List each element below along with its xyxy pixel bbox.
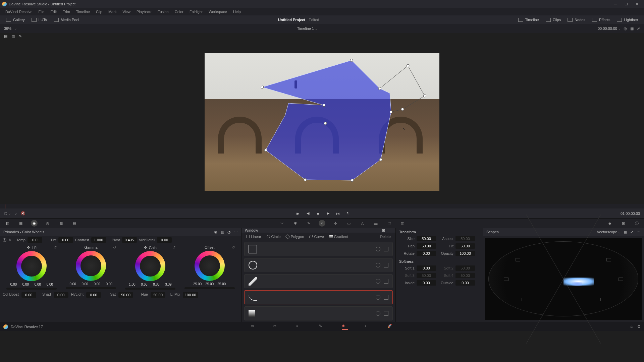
offset-reset-icon[interactable]: ↺	[232, 245, 235, 250]
page-deliver-icon[interactable]: 🚀	[387, 324, 393, 330]
window-maximize-button[interactable]: ☐	[621, 1, 631, 7]
menu-timeline[interactable]: Timeline	[73, 9, 93, 14]
blur-icon[interactable]: △	[359, 220, 366, 227]
lift-picker-icon[interactable]: ✥	[27, 245, 30, 250]
menu-color[interactable]: Color	[172, 9, 186, 14]
split-view-icon[interactable]: ▥	[11, 34, 17, 39]
gain-v3[interactable]: 3.39	[163, 283, 174, 286]
qualifier-palette-icon[interactable]: ▦	[17, 220, 24, 227]
mask-icon[interactable]	[376, 263, 380, 267]
pick-white-icon[interactable]: ✎	[8, 238, 11, 242]
add-curve-button[interactable]: Curve	[307, 234, 326, 239]
temp-value[interactable]: 0.0	[28, 237, 42, 243]
gamma-v2[interactable]: 0.00	[92, 282, 102, 286]
rgb-mixer-icon[interactable]: ▤	[71, 220, 78, 227]
window-options-icon[interactable]: ⋯	[388, 228, 392, 233]
timeline-button[interactable]: Timeline	[516, 17, 542, 23]
image-wipe-icon[interactable]: ◎	[624, 26, 627, 31]
loop-button[interactable]: ↻	[344, 210, 352, 217]
menu-fusion[interactable]: Fusion	[155, 9, 171, 14]
lift-v0[interactable]: 0.00	[8, 283, 19, 286]
lightbox-button[interactable]: Lightbox	[614, 17, 641, 23]
window-row-linear[interactable]	[244, 242, 393, 256]
offset-v1[interactable]: 25.00	[204, 282, 215, 286]
3d-icon[interactable]: ◫	[399, 220, 406, 227]
sizing-icon[interactable]: ⬚	[386, 220, 392, 227]
magic-mask-icon[interactable]: ▭	[345, 220, 352, 227]
menu-fairlight[interactable]: Fairlight	[187, 9, 205, 14]
offset-v0[interactable]: 25.00	[192, 282, 203, 286]
lift-v1[interactable]: 0.00	[20, 283, 31, 286]
timeline-scrubber[interactable]	[0, 204, 644, 208]
menu-view[interactable]: View	[120, 9, 133, 14]
window-row-gradient[interactable]	[244, 306, 393, 320]
menu-playback[interactable]: Playback	[134, 9, 154, 14]
offset-color-wheel[interactable]	[195, 251, 225, 281]
mask-icon[interactable]	[376, 295, 380, 300]
unmix-icon[interactable]: ○	[14, 212, 17, 216]
gamma-v1[interactable]: 0.00	[79, 282, 90, 286]
add-gradient-button[interactable]: Gradient	[327, 234, 350, 239]
invert-icon[interactable]	[384, 263, 388, 267]
gamma-reset-icon[interactable]: ↺	[113, 245, 116, 250]
pan-value[interactable]: 50.00	[417, 243, 436, 249]
page-fairlight-icon[interactable]: ♪	[365, 324, 371, 330]
curves-palette-icon[interactable]: ◧	[4, 220, 11, 227]
window-row-polygon[interactable]	[244, 274, 393, 288]
nodes-button[interactable]: Nodes	[565, 17, 588, 23]
wheels-mode-icon[interactable]: ◉	[214, 230, 217, 234]
scopes-options-icon[interactable]: ⋯	[637, 230, 640, 234]
add-linear-button[interactable]: Linear	[244, 234, 263, 239]
soft2-value[interactable]: 50.00	[455, 265, 475, 271]
pen-tool-icon[interactable]: ✎	[19, 34, 24, 39]
tint-value[interactable]: 0.00	[58, 237, 73, 243]
colboost-value[interactable]: 0.00	[21, 292, 36, 298]
gallery-button[interactable]: Gallery	[3, 17, 28, 23]
gamma-v3[interactable]: 0.00	[104, 282, 114, 286]
offset-master-slider[interactable]	[184, 287, 235, 289]
bypass-dropdown[interactable]: ◌	[4, 211, 10, 216]
timeline-name-dropdown[interactable]: Timeline 1	[297, 26, 317, 31]
page-fusion-icon[interactable]: ✎	[319, 324, 325, 330]
add-circle-button[interactable]: Circle	[265, 234, 283, 239]
opacity-value[interactable]: 100.00	[455, 251, 475, 256]
page-edit-icon[interactable]: ≡	[296, 324, 302, 330]
lift-v2[interactable]: 0.00	[32, 283, 43, 286]
keyframe-editor-icon[interactable]: ◆	[606, 220, 613, 227]
effects-button[interactable]: Effects	[589, 17, 613, 23]
window-row-curve[interactable]	[244, 290, 393, 304]
key-icon[interactable]: ▬	[372, 220, 379, 227]
tilt-value[interactable]: 50.00	[455, 243, 475, 249]
menu-mark[interactable]: Mark	[106, 9, 119, 14]
gain-v0[interactable]: 1.00	[127, 283, 138, 286]
scopes-icon[interactable]: ⊞	[620, 220, 627, 227]
scopes-mode-dropdown[interactable]: Vectorscope	[597, 230, 620, 234]
menu-clip[interactable]: Clip	[93, 9, 105, 14]
rotate-value[interactable]: 0.00	[417, 251, 436, 256]
gain-master-slider[interactable]	[125, 288, 175, 290]
invert-icon[interactable]	[384, 295, 388, 300]
curves-icon[interactable]: 〰	[278, 220, 285, 227]
lift-color-wheel[interactable]	[16, 251, 47, 281]
gain-v1[interactable]: 0.66	[139, 283, 150, 286]
luts-button[interactable]: LUTs	[29, 17, 50, 23]
outside-value[interactable]: 0.00	[455, 280, 475, 286]
gamma-v0[interactable]: 0.00	[67, 282, 78, 286]
gamma-master-slider[interactable]	[66, 287, 116, 289]
offset-v2[interactable]: 25.00	[216, 282, 227, 286]
lift-v3[interactable]: 0.00	[44, 283, 55, 286]
home-icon[interactable]: ⌂	[630, 324, 633, 329]
viewer-frame[interactable]: ↖	[205, 53, 439, 191]
go-last-button[interactable]: ⏭	[334, 210, 342, 217]
mediapool-button[interactable]: Media Pool	[51, 17, 82, 23]
info-icon[interactable]: ⓘ	[633, 220, 640, 227]
tracker-icon[interactable]: ✢	[332, 220, 339, 227]
menu-workspace[interactable]: Workspace	[206, 9, 230, 14]
camera-raw-icon[interactable]: ◷	[44, 220, 51, 227]
mask-icon[interactable]	[376, 247, 380, 251]
go-first-button[interactable]: ⏮	[294, 210, 302, 217]
lmix-value[interactable]: 100.00	[183, 292, 198, 298]
scopes-expand-icon[interactable]: ⤢	[630, 230, 633, 234]
timecode-display[interactable]: 00:00:00:00	[598, 26, 620, 31]
primaries-palette-icon[interactable]: ◉	[31, 220, 38, 227]
